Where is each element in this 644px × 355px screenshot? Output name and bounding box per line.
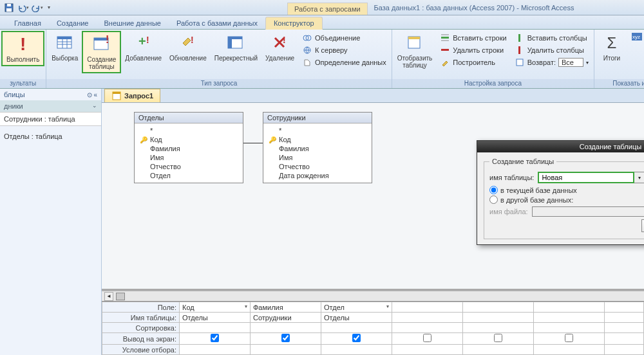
tab-db[interactable]: Работа с базами данных	[169, 17, 265, 29]
nav-header[interactable]: блицы⊙ «	[0, 89, 101, 100]
field-imya[interactable]: Имя	[265, 153, 370, 162]
show-checkbox[interactable]	[352, 334, 361, 342]
return-combo[interactable]: Возврат: Все▾	[513, 57, 590, 68]
delete-rows-button[interactable]: Удалить строки	[439, 44, 507, 56]
builder-button[interactable]: Построитель	[439, 57, 507, 68]
field-familiya[interactable]: Фамилия	[265, 144, 370, 153]
combo-dropdown-icon[interactable]: ▾	[634, 172, 644, 183]
dialog-fieldset: Создание таблицы имя таблицы: ▾ в текуще…	[484, 158, 644, 239]
field-dob[interactable]: Дата рождения	[265, 171, 370, 180]
delete-button[interactable]: ! Удаление	[261, 31, 298, 73]
select-query-button[interactable]: Выборка	[48, 31, 82, 73]
make-table-dialog: Создание таблицы ? ✕ Создание таблицы им…	[477, 140, 644, 245]
document-tabs: Запрос1	[102, 89, 644, 103]
datadef-icon	[302, 57, 312, 68]
property-names-button[interactable]: xyzИме	[630, 32, 644, 44]
crosstab-icon	[225, 33, 246, 53]
table-box-employees[interactable]: Сотрудники * 🔑Код Фамилия Имя Отчество Д…	[263, 112, 372, 183]
svg-rect-25	[441, 37, 449, 39]
main-area: блицы⊙ « дники ⌄ Сотрудники : таблица От…	[0, 89, 644, 355]
table-box-departments[interactable]: Отделы * 🔑Код Фамилия Имя Отчество Отдел	[134, 112, 243, 183]
union-icon	[302, 33, 312, 43]
datadef-button[interactable]: Определение данных	[301, 57, 388, 68]
radio-other-db[interactable]: в другой базе данных:	[489, 196, 644, 204]
nav-item-departments[interactable]: Отделы : таблица	[0, 130, 101, 143]
svg-text:+: +	[138, 34, 146, 48]
field-kod[interactable]: 🔑Код	[136, 135, 242, 144]
insert-rows-icon	[440, 33, 450, 43]
svg-rect-1	[6, 8, 12, 12]
field-imya[interactable]: Имя	[136, 153, 242, 162]
horizontal-scrollbar[interactable]: ◄	[102, 291, 644, 301]
svg-text:!: !	[106, 35, 109, 45]
join-line[interactable]	[243, 143, 263, 143]
tab-design[interactable]: Конструктор	[265, 17, 323, 30]
show-checkbox[interactable]	[211, 334, 219, 342]
qbe-grid[interactable]: Поле: Код▾ Фамилия Отдел▾ Имя таблицы: О…	[102, 301, 644, 355]
insert-cols-button[interactable]: Вставить столбцы	[513, 32, 590, 44]
show-checkbox[interactable]	[565, 334, 573, 342]
run-button[interactable]: ! Выполнить	[1, 31, 44, 66]
svg-text:!: !	[146, 35, 149, 45]
make-table-button[interactable]: ! Создание таблицы	[82, 31, 121, 73]
key-icon: 🔑	[269, 136, 276, 143]
tablename-input[interactable]	[538, 172, 634, 183]
redo-icon[interactable]: ▾	[31, 2, 44, 14]
svg-text:xyz: xyz	[632, 34, 640, 40]
doc-tab-query1[interactable]: Запрос1	[104, 89, 160, 102]
show-checkbox[interactable]	[281, 334, 290, 342]
field-kod[interactable]: 🔑Код	[265, 135, 370, 144]
ribbon-group-setup: Отобразить таблицу Вставить строки Удали…	[392, 30, 594, 88]
titlebar: ▾ ▾ ▾ Работа с запросами База данных1 : …	[0, 0, 644, 15]
field-otdel[interactable]: Отдел	[136, 171, 242, 180]
svg-rect-28	[441, 49, 449, 51]
insert-rows-button[interactable]: Вставить строки	[439, 32, 507, 44]
insert-cols-icon	[515, 33, 525, 43]
delete-cols-button[interactable]: Удалить столбцы	[513, 44, 590, 56]
delete-rows-icon	[440, 45, 450, 55]
design-surface[interactable]: Отделы * 🔑Код Фамилия Имя Отчество Отдел…	[102, 103, 644, 291]
tab-create[interactable]: Создание	[49, 17, 97, 29]
server-icon	[302, 45, 312, 55]
show-table-button[interactable]: Отобразить таблицу	[393, 31, 437, 71]
field-familiya[interactable]: Фамилия	[136, 144, 242, 153]
dialog-titlebar[interactable]: Создание таблицы ? ✕	[477, 141, 644, 152]
window-title: База данных1 : база данных (Access 2007)…	[368, 4, 581, 12]
maketable-icon: !	[91, 34, 112, 55]
scroll-left-icon[interactable]: ◄	[104, 292, 113, 301]
ribbon-group-results: ! Выполнить зультаты	[0, 30, 46, 88]
union-button[interactable]: Объединение	[301, 32, 388, 44]
radio-current-db[interactable]: в текущей базе данных	[489, 186, 644, 194]
show-checkbox[interactable]	[423, 334, 431, 342]
crosstab-button[interactable]: Перекрестный	[211, 31, 261, 73]
run-icon: !	[13, 34, 33, 55]
showtable-icon	[404, 33, 425, 53]
label-filename: имя файла:	[489, 208, 528, 215]
nav-item-employees[interactable]: Сотрудники : таблица	[0, 112, 101, 126]
show-checkbox[interactable]	[494, 334, 502, 342]
key-icon: 🔑	[140, 136, 147, 143]
append-button[interactable]: +! Добавление	[121, 31, 166, 73]
passthrough-button[interactable]: К серверу	[301, 44, 388, 56]
field-otchestvo[interactable]: Отчество	[136, 162, 242, 171]
undo-icon[interactable]: ▾	[17, 2, 30, 14]
field-otchestvo[interactable]: Отчество	[265, 162, 370, 171]
field-star[interactable]: *	[265, 126, 370, 135]
qat-customize-icon[interactable]: ▾	[45, 2, 53, 14]
svg-text:!: !	[283, 35, 286, 45]
quick-access-toolbar: ▾ ▾ ▾	[0, 2, 55, 14]
svg-rect-4	[57, 37, 71, 39]
nav-pane: блицы⊙ « дники ⌄ Сотрудники : таблица От…	[0, 89, 102, 355]
update-button[interactable]: ! Обновление	[166, 31, 211, 73]
tab-home[interactable]: Главная	[6, 17, 49, 29]
tab-external[interactable]: Внешние данные	[97, 17, 169, 29]
svg-text:!: !	[191, 35, 194, 45]
svg-rect-17	[228, 37, 232, 48]
field-star[interactable]: *	[136, 126, 242, 135]
svg-rect-2	[7, 4, 11, 6]
chevron-down-icon: ⊙ «	[87, 91, 97, 98]
totals-button[interactable]: Σ Итоги	[596, 31, 628, 64]
nav-group[interactable]: дники ⌄	[0, 100, 101, 112]
ribbon: ! Выполнить зультаты Выборка ! Создание …	[0, 30, 644, 89]
save-icon[interactable]	[3, 2, 15, 14]
